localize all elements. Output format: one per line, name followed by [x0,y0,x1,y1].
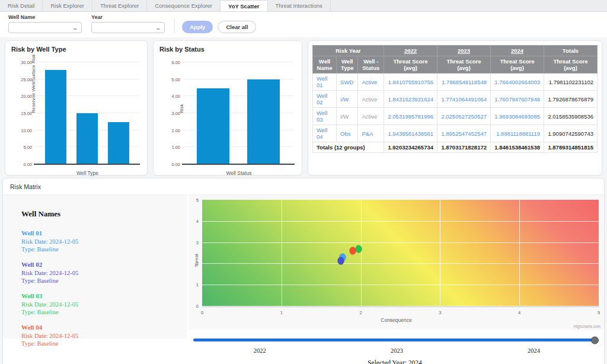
tab-threat-interactions[interactable]: Threat Interactions [268,0,331,11]
chevron-down-icon: ⌄ [72,25,79,31]
legend-well-type: Type: Baseline [21,340,169,347]
totals-header: Totals [544,46,597,56]
tab-consequence-explorer[interactable]: Consequence Explorer [147,0,221,11]
legend-well-name[interactable]: Well 03 [21,292,169,301]
threat-score-cell[interactable]: 1.7868548118548 [437,74,491,91]
gridline [361,200,362,306]
highcharts-credit[interactable]: Highcharts.com [574,324,600,328]
slider-year-label-2023[interactable]: 2023 [391,347,403,354]
divider [174,19,175,33]
tab-risk-detail[interactable]: Risk Detail [0,0,43,11]
threat-score-cell[interactable]: 1.7741064491064 [437,91,491,108]
table-row: Well 04ObsP&A1.94385614385611.8952547452… [313,125,598,142]
year-slider-zone: 202220232024 [193,339,596,356]
well-name-cell[interactable]: Well 04 [313,125,337,142]
risk-matrix-chart: 001122334455 Threat Consequence Highchar… [189,195,604,330]
threat-score-cell[interactable]: 1.8881118881119 [490,125,544,142]
gridline [202,263,599,264]
legend-well-entry: Well 01Risk Date: 2024-12-05Type: Baseli… [21,229,169,253]
slider-year-label-2022[interactable]: 2022 [254,347,266,354]
threat-score-cell[interactable]: 2.0250527250527 [437,108,491,125]
tab-risk-explorer[interactable]: Risk Explorer [43,0,92,11]
x-tick-label: 4 [518,310,520,315]
scatter-point-well-03[interactable] [355,245,362,253]
slider-year-label-2024[interactable]: 2024 [528,347,540,354]
scatter-point-well-04[interactable] [350,247,356,254]
total-score-cell: 1.7926878676879 [544,91,597,108]
totals-label: Totals (12 groups) [313,142,384,153]
well-type-header: Well Type [337,56,358,74]
year-slider[interactable] [193,339,596,341]
bar-swd[interactable] [45,70,66,164]
x-axis-label: Consequence [189,317,604,323]
legend-well-name[interactable]: Well 04 [21,324,169,332]
legend-well-name[interactable]: Well 02 [21,261,169,269]
legend-well-entry: Well 04Risk Date: 2024-12-05Type: Baseli… [21,324,169,347]
threat-score-cell[interactable]: 1.8952547452547 [437,125,491,142]
well-type-cell: I/W [337,108,358,125]
x-tick-label: 0 [201,310,203,315]
totals-score-cell: 1.8461538461538 [490,142,544,153]
legend-well-name[interactable]: Well 01 [21,229,169,238]
table-row: Well 02I/WActive1.84316239316241.7741064… [313,91,598,108]
y-tick-label: 6.00 [171,60,180,65]
year-slider-labels: 202220232024 [193,347,596,356]
x-tick-label: 5 [598,310,600,315]
threat-score-cell[interactable]: 2.0531995781996 [384,108,437,125]
bars-container [183,62,293,164]
threat-score-cell[interactable]: 1.8431623931624 [384,91,437,108]
year-slider-handle[interactable] [591,336,599,344]
threat-score-cell[interactable]: 1.9438561438561 [384,125,437,142]
clear-all-button[interactable]: Clear all [218,21,256,33]
tab-bar: Risk DetailRisk ExplorerThreat ExplorerC… [0,0,607,12]
legend-well-type: Type: Baseline [21,308,169,316]
x-axis-line [202,306,599,307]
well-name-cell[interactable]: Well 02 [313,91,337,108]
bar-i-w[interactable] [76,113,98,164]
risk-by-well-type-chart: Reservoir Well/Surface Risk 0.005.0010.0… [35,62,139,164]
year-select[interactable]: ⌄ [91,22,165,33]
y-tick-label: 3 [196,240,199,245]
risk-matrix-card: Risk Matrix Well Names Well 01Risk Date:… [2,178,605,364]
well-type-cell[interactable]: SWD [337,74,358,91]
risk-year-header: Risk Year [313,46,384,56]
x-axis-line [34,164,140,165]
apply-button[interactable]: Apply [182,21,213,33]
threat-score-cell[interactable]: 1.9693084693085 [490,108,544,125]
bar-obs[interactable] [108,122,129,164]
year-column-header-2024[interactable]: 2024 [490,46,544,56]
threat-score-cell[interactable]: 1.7664002664003 [490,74,544,91]
gridline [202,221,599,222]
y-tick-label: 5.00 [23,145,32,150]
well-name-cell[interactable]: Well 01 [313,74,337,91]
totals-score-cell: 1.9203234265734 [384,142,437,153]
scatter-point-well-02[interactable] [338,257,344,265]
bar-active[interactable] [197,88,229,164]
y-tick-label: 1.00 [171,145,180,150]
well-name-select[interactable]: ⌄ [8,22,82,33]
gridline [202,242,599,243]
x-axis-label: Well Type [31,170,143,176]
well-status-cell[interactable]: P&A [358,125,384,142]
legend-well-type: Type: Baseline [21,245,169,253]
bar-p-a[interactable] [247,79,280,164]
well-status-cell[interactable]: Active [358,74,384,91]
y-tick-label: 5.00 [171,76,180,82]
threat-score-cell[interactable]: 1.8410755910756 [384,74,437,91]
well-type-cell[interactable]: Obs [337,125,358,142]
well-name-filter: Well Name ⌄ [8,14,82,33]
well-name-cell[interactable]: Well 03 [313,108,337,125]
year-column-header-2023[interactable]: 2023 [437,46,491,56]
tab-yoy-scatter[interactable]: YoY Scatter [220,0,267,11]
tab-threat-explorer[interactable]: Threat Explorer [92,0,147,11]
threat-score-cell[interactable]: 1.7607947607948 [490,91,544,108]
legend-title: Well Names [21,209,169,219]
year-column-header-2022[interactable]: 2022 [384,46,437,56]
well-type-cell[interactable]: I/W [337,91,358,108]
y-tick-label: 20.00 [21,94,32,99]
x-tick-label: 1 [280,310,283,315]
totals-row: Totals (12 groups)1.92032342657341.87031… [313,142,598,153]
y-tick-label: 3.00 [171,111,180,116]
selected-year-text: Selected Year: 2024 [193,359,596,364]
y-axis-label: Threat [194,253,199,267]
